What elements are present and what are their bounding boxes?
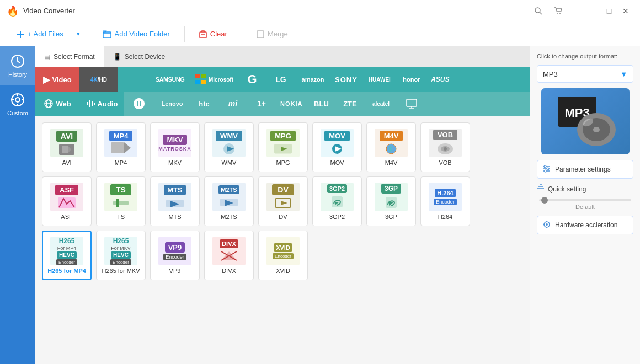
svg-rect-38 [113, 201, 129, 205]
maximize-button[interactable]: □ [601, 3, 617, 19]
hw-icon [543, 221, 551, 230]
format-mts[interactable]: MTS MTS [150, 176, 200, 226]
format-3gp2[interactable]: 3GP2 3GP2 [312, 176, 362, 226]
brand-huawei[interactable]: HUAWEI [362, 67, 397, 92]
format-m4v[interactable]: M4V M4V [366, 122, 416, 172]
ms-green-sq [201, 74, 206, 78]
brand-oneplus[interactable]: 1+ [247, 92, 276, 116]
merge-button[interactable]: Merge [249, 26, 296, 41]
format-mkv[interactable]: MKV MATROSKA MKV [150, 122, 200, 172]
format-h264[interactable]: H.264 Encoder H264 [420, 176, 470, 226]
format-ts[interactable]: TS TS [96, 176, 146, 226]
clear-button[interactable]: Clear [191, 26, 235, 41]
param-settings-icon [543, 165, 551, 174]
format-xvid[interactable]: XVID Encoder XVID [258, 231, 308, 280]
format-mpg[interactable]: MPG MPG [258, 122, 308, 172]
format-vp9[interactable]: VP9 Encoder VP9 [150, 231, 200, 280]
separator-1 [88, 26, 88, 42]
brand-mi[interactable]: mi [218, 92, 247, 116]
format-asf[interactable]: ASF ASF [42, 176, 92, 226]
svg-marker-45 [281, 201, 287, 205]
content-area: ▤ Select Format 📱 Select Device ▶ Video … [35, 46, 530, 364]
svg-rect-37 [58, 197, 76, 208]
svg-point-12 [15, 98, 20, 102]
sidebar-item-custom[interactable]: Custom [0, 85, 35, 124]
brand-video[interactable]: ▶ Video [35, 67, 79, 92]
brand-apple[interactable] [118, 67, 149, 92]
brand-4khd[interactable]: 4K /HD [79, 67, 118, 92]
hw-acceleration-button[interactable]: Hardware accleration [537, 216, 633, 234]
format-header: ▤ Select Format 📱 Select Device [35, 46, 530, 67]
format-h265mp4[interactable]: H265 For MP4 HEVC Encoder H265 for MP4 [42, 231, 92, 280]
brand-web[interactable]: Web [35, 92, 79, 116]
svg-rect-25 [111, 142, 124, 153]
slider-thumb[interactable] [541, 197, 548, 204]
minimize-button[interactable]: — [585, 3, 600, 19]
brand-asus[interactable]: ASUS [426, 67, 455, 92]
brand-blu[interactable]: BLU [307, 92, 335, 116]
svg-point-36 [444, 147, 447, 151]
dropdown-arrow-add[interactable]: ▼ [76, 31, 81, 37]
brand-lenovo[interactable]: Lenovo [154, 92, 190, 116]
tab-select-device[interactable]: 📱 Select Device [104, 46, 174, 67]
svg-rect-20 [407, 99, 417, 106]
svg-point-3 [559, 13, 561, 14]
brand-google[interactable]: G [238, 67, 266, 92]
add-files-button[interactable]: + Add Files [9, 26, 71, 41]
format-tab-icon: ▤ [44, 53, 50, 61]
format-h265mkv[interactable]: H265 For MKV HEVC Encoder H265 for MKV [96, 231, 146, 280]
toolbar: + Add Files ▼ Add Video Folder Clear Mer… [0, 22, 640, 46]
search-icon[interactable] [530, 2, 547, 20]
format-wmv[interactable]: WMV WMV [204, 122, 254, 172]
slider-track[interactable] [539, 199, 631, 201]
brand-amazon[interactable]: amazon [295, 67, 330, 92]
main-area: History Custom ▤ Select Format 📱 [0, 46, 640, 364]
brand-tv[interactable] [397, 92, 426, 116]
format-divx[interactable]: DIVX DIVX [204, 231, 254, 280]
format-mp4[interactable]: MP4 MP4 [96, 122, 146, 172]
quick-setting-row: Quick setting [537, 184, 633, 194]
brand-htc[interactable]: htc [190, 92, 218, 116]
brand-alcatel[interactable]: alcatel [364, 92, 397, 116]
svg-rect-9 [257, 31, 264, 38]
svg-rect-39 [116, 199, 119, 207]
sidebar-item-history[interactable]: History [0, 46, 35, 85]
svg-point-63 [545, 170, 547, 172]
brand-microsoft[interactable]: Microsoft [191, 67, 238, 92]
format-3gp[interactable]: 3GP 3GP [366, 176, 416, 226]
add-folder-button[interactable]: Add Video Folder [95, 26, 178, 41]
titlebar-icons [530, 2, 567, 20]
ms-red-sq [195, 74, 200, 78]
format-preview: MP3 [541, 88, 630, 154]
right-panel: Click to change output format: MP3 ▼ MP3 [530, 46, 640, 364]
format-dropdown[interactable]: MP3 ▼ [537, 65, 633, 83]
brand-audio[interactable]: Audio [79, 92, 124, 116]
tab-select-format[interactable]: ▤ Select Format [35, 46, 104, 67]
format-vob[interactable]: VOB VOB [420, 122, 470, 172]
brand-nokia[interactable]: NOKIA [276, 92, 307, 116]
ms-blue-sq [195, 80, 200, 84]
brand-samsung[interactable]: SAMSUNG [149, 67, 191, 92]
svg-point-0 [535, 8, 540, 13]
close-button[interactable]: ✕ [618, 3, 633, 19]
format-avi[interactable]: AVI AVI [42, 122, 92, 172]
svg-point-68 [546, 223, 548, 226]
app-title: Video Converter [23, 7, 75, 15]
titlebar-left: 🔥 Video Converter [7, 5, 75, 17]
brand-motorola[interactable] [124, 92, 154, 116]
title-bar: 🔥 Video Converter — □ ✕ [0, 0, 640, 22]
brand-sony[interactable]: SONY [330, 67, 362, 92]
mp3-preview-icon: MP3 [547, 91, 624, 152]
brand-lg[interactable]: LG [266, 67, 295, 92]
right-panel-title: Click to change output format: [537, 53, 633, 60]
format-mov[interactable]: MOV MOV [312, 122, 362, 172]
svg-line-1 [540, 12, 542, 14]
cart-icon[interactable] [550, 2, 567, 20]
brand-honor[interactable]: honor [397, 67, 426, 92]
brand-zte[interactable]: ZTE [335, 92, 364, 116]
format-m2ts[interactable]: M2TS M2TS [204, 176, 254, 226]
svg-point-62 [547, 168, 549, 170]
param-settings-button[interactable]: Parameter settings [537, 160, 633, 179]
format-dv[interactable]: DV DV [258, 176, 308, 226]
app-logo-icon: 🔥 [7, 5, 19, 17]
